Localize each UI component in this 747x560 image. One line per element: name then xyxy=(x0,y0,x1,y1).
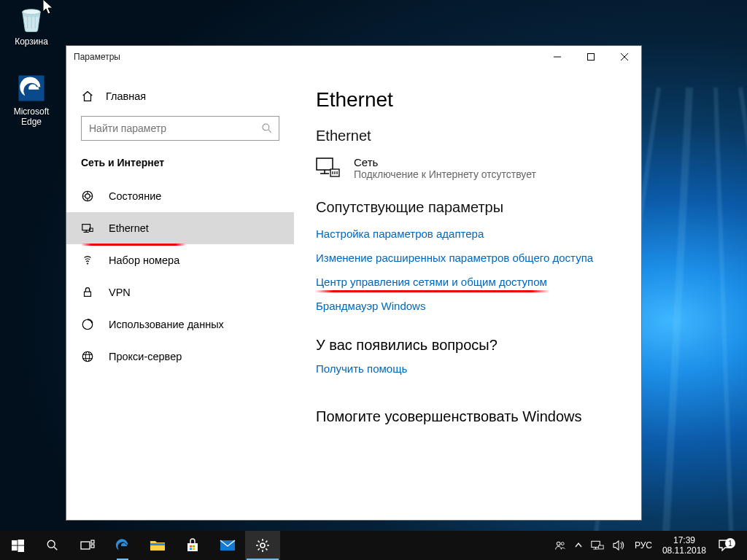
network-name: Сеть xyxy=(354,156,536,168)
svg-rect-23 xyxy=(150,543,165,545)
home-icon xyxy=(81,90,94,103)
vpn-icon xyxy=(81,286,94,299)
window-title: Параметры xyxy=(66,52,120,62)
task-view-icon xyxy=(80,540,95,551)
status-icon xyxy=(81,190,94,203)
dialup-icon xyxy=(81,254,94,267)
people-icon xyxy=(554,540,566,551)
clock-date: 08.11.2018 xyxy=(662,545,706,556)
wallpaper-beam xyxy=(662,88,693,554)
taskbar-app-settings[interactable] xyxy=(245,531,280,560)
taskbar-app-mail[interactable] xyxy=(210,531,245,560)
sidebar-item-vpn[interactable]: VPN xyxy=(66,276,294,308)
sidebar-item-label: VPN xyxy=(109,287,131,298)
svg-rect-24 xyxy=(190,545,192,548)
sidebar-item-status[interactable]: Состояние xyxy=(66,180,294,212)
gear-icon xyxy=(255,538,270,553)
desktop-icon-recycle-bin[interactable]: Корзина xyxy=(4,3,58,47)
taskbar-clock[interactable]: 17:39 08.11.2018 xyxy=(657,535,712,556)
section-subheading: Ethernet xyxy=(316,128,634,144)
link-get-help[interactable]: Получить помощь xyxy=(316,362,407,375)
feedback-heading: Помогите усовершенствовать Windows xyxy=(316,408,634,425)
taskbar-search[interactable] xyxy=(35,531,70,560)
svg-rect-20 xyxy=(81,542,90,549)
sidebar-item-dialup[interactable]: Набор номера xyxy=(66,244,294,276)
link-network-center[interactable]: Центр управления сетями и общим доступом xyxy=(316,276,547,288)
window-maximize-button[interactable] xyxy=(574,46,608,68)
sidebar-home[interactable]: Главная xyxy=(66,90,294,116)
edge-icon xyxy=(115,537,131,553)
window-minimize-button[interactable] xyxy=(541,46,574,68)
svg-rect-26 xyxy=(190,548,192,551)
mail-icon xyxy=(220,540,236,551)
svg-rect-15 xyxy=(12,540,18,545)
svg-point-11 xyxy=(82,351,93,362)
svg-rect-6 xyxy=(82,225,90,230)
chevron-up-icon xyxy=(575,541,582,550)
search-icon xyxy=(46,539,59,552)
sidebar-item-ethernet[interactable]: Ethernet xyxy=(66,212,294,244)
network-status: Подключение к Интернету отсутствует xyxy=(354,168,536,180)
svg-rect-13 xyxy=(317,158,333,170)
svg-rect-17 xyxy=(12,545,18,551)
svg-point-30 xyxy=(557,542,560,545)
sidebar-item-label: Прокси-сервер xyxy=(109,351,182,362)
windows-logo-icon xyxy=(12,540,24,552)
svg-rect-21 xyxy=(91,540,94,543)
action-center-button[interactable]: 1 xyxy=(712,540,738,551)
svg-rect-27 xyxy=(193,548,195,551)
settings-content-panel: Ethernet Ethernet Сеть Подключение к Инт… xyxy=(294,68,641,520)
window-titlebar[interactable]: Параметры xyxy=(66,46,641,68)
svg-point-3 xyxy=(263,124,269,131)
svg-point-0 xyxy=(23,9,41,15)
page-heading: Ethernet xyxy=(316,88,634,112)
search-input-container[interactable] xyxy=(81,116,279,141)
clock-time: 17:39 xyxy=(662,535,706,545)
taskbar: РУС 17:39 08.11.2018 1 xyxy=(0,531,747,560)
sidebar-item-datausage[interactable]: Использование данных xyxy=(66,308,294,341)
svg-rect-25 xyxy=(193,545,195,548)
file-explorer-icon xyxy=(150,539,166,552)
link-advanced-sharing[interactable]: Изменение расширенных параметров общего … xyxy=(316,252,593,264)
volume-icon xyxy=(613,540,624,551)
globe-icon xyxy=(81,350,94,363)
store-icon xyxy=(185,538,200,553)
svg-point-5 xyxy=(85,194,90,198)
svg-rect-16 xyxy=(18,540,24,545)
notification-badge: 1 xyxy=(725,538,735,548)
settings-window: Параметры Главная xyxy=(66,45,642,521)
annotation-underline xyxy=(314,290,550,292)
language-indicator[interactable]: РУС xyxy=(630,540,657,551)
wallpaper-beam xyxy=(738,88,747,551)
sidebar-item-label: Набор номера xyxy=(109,254,179,266)
network-adapter-row[interactable]: Сеть Подключение к Интернету отсутствует xyxy=(316,156,634,180)
settings-sidebar: Главная Сеть и Интернет Состояние xyxy=(66,68,294,520)
question-heading: У вас появились вопросы? xyxy=(316,337,634,354)
svg-rect-2 xyxy=(588,54,595,61)
svg-point-19 xyxy=(47,540,55,548)
sidebar-item-proxy[interactable]: Прокси-сервер xyxy=(66,341,294,373)
desktop-icon-edge[interactable]: Microsoft Edge xyxy=(4,73,58,127)
window-close-button[interactable] xyxy=(608,46,641,68)
svg-point-8 xyxy=(87,262,88,264)
desktop-icon-label: Microsoft Edge xyxy=(4,106,58,127)
taskbar-app-explorer[interactable] xyxy=(140,531,175,560)
link-adapter-settings[interactable]: Настройка параметров адаптера xyxy=(316,228,484,240)
start-button[interactable] xyxy=(0,531,35,560)
sidebar-item-label: Состояние xyxy=(109,190,161,202)
system-tray[interactable] xyxy=(549,540,630,551)
sidebar-item-label: Использование данных xyxy=(109,319,224,330)
svg-point-31 xyxy=(561,542,564,545)
task-view-button[interactable] xyxy=(70,531,105,560)
svg-rect-9 xyxy=(85,292,91,296)
svg-point-29 xyxy=(260,543,265,548)
svg-rect-22 xyxy=(91,545,94,548)
data-usage-icon xyxy=(81,318,94,331)
taskbar-app-edge[interactable] xyxy=(105,531,140,560)
recycle-bin-icon xyxy=(16,3,47,34)
taskbar-app-store[interactable] xyxy=(175,531,210,560)
link-firewall[interactable]: Брандмауэр Windows xyxy=(316,300,425,312)
sidebar-item-label: Ethernet xyxy=(109,222,149,234)
svg-point-12 xyxy=(85,351,89,362)
search-input[interactable] xyxy=(89,122,261,134)
